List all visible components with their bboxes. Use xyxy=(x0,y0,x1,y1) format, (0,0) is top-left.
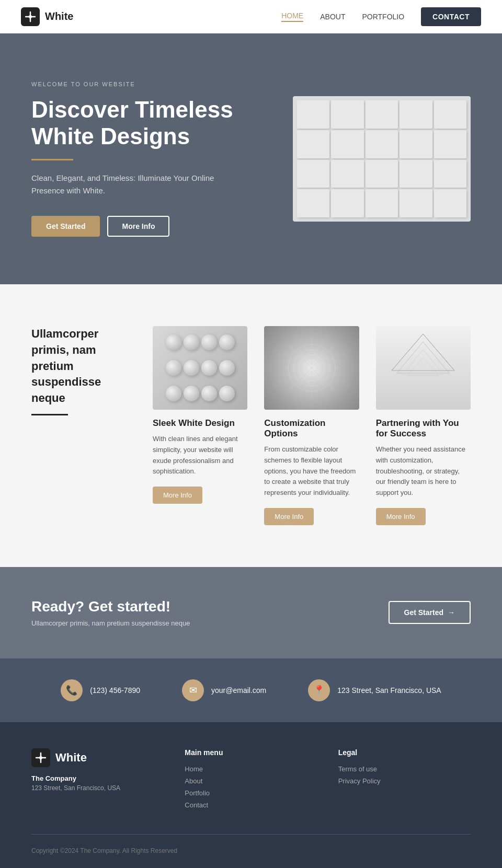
hero-buttons: Get Started More Info xyxy=(31,216,261,237)
feature-card-title-3: Partnering with You for Success xyxy=(376,418,471,439)
footer-legal-title: Legal xyxy=(338,748,471,757)
more-info-button[interactable]: More Info xyxy=(107,216,169,237)
logo-area[interactable]: White xyxy=(21,7,73,26)
feature-card-desc-3: Whether you need assistance with customi… xyxy=(376,444,471,499)
copyright-text: Copyright ©2024 The Company. All Rights … xyxy=(31,847,471,854)
contact-email: ✉ your@email.com xyxy=(182,679,266,701)
cta-section: Ready? Get started! Ullamcorper primis, … xyxy=(0,567,502,658)
brand-name: White xyxy=(45,10,73,22)
svg-marker-13 xyxy=(402,350,444,375)
cta-content: Ready? Get started! Ullamcorper primis, … xyxy=(31,598,190,627)
features-header: Ullamcorper primis, nam pretium suspendi… xyxy=(31,326,136,415)
contact-address: 📍 123 Street, San Francisco, USA xyxy=(308,679,441,701)
feature-image-2 xyxy=(264,326,359,410)
feature-card-title-1: Sleek White Design xyxy=(153,418,247,429)
feature-moreinfo-3[interactable]: More Info xyxy=(376,508,426,525)
spheres-image xyxy=(153,326,247,410)
cta-button[interactable]: Get Started → xyxy=(389,601,471,624)
feature-moreinfo-1[interactable]: More Info xyxy=(153,487,202,504)
footer-link-about[interactable]: About xyxy=(185,777,317,785)
hero-image xyxy=(293,96,471,222)
footer-menu-title: Main menu xyxy=(185,748,317,757)
footer-company-name: The Company xyxy=(31,774,164,782)
cta-description: Ullamcorper primis, nam pretium suspendi… xyxy=(31,619,190,627)
feature-card-title-2: Customization Options xyxy=(264,418,359,439)
svg-line-16 xyxy=(423,334,454,371)
feature-card-desc-1: With clean lines and elegant simplicity,… xyxy=(153,434,247,477)
footer-link-home[interactable]: Home xyxy=(185,765,317,773)
email-text: your@email.com xyxy=(211,686,266,695)
phone-text: (123) 456-7890 xyxy=(90,686,140,695)
phone-icon: 📞 xyxy=(61,679,83,701)
footer-address: 123 Street, San Francisco, USA xyxy=(31,784,164,792)
address-text: 123 Street, San Francisco, USA xyxy=(337,686,441,695)
tunnel-image xyxy=(264,326,359,410)
feature-card-3: Partnering with You for Success Whether … xyxy=(376,326,471,525)
nav-home[interactable]: HOME xyxy=(281,11,303,22)
hero-section: WELCOME TO OUR WEBSITE Discover Timeless… xyxy=(0,33,502,284)
footer-link-portfolio[interactable]: Portfolio xyxy=(185,789,317,797)
cta-title: Ready? Get started! xyxy=(31,598,190,615)
hero-content: WELCOME TO OUR WEBSITE Discover Timeless… xyxy=(31,81,261,237)
footer-top: White The Company 123 Street, San Franci… xyxy=(31,748,471,835)
feature-card-2: Customization Options From customizable … xyxy=(264,326,359,525)
feature-image-1 xyxy=(153,326,247,410)
logo-icon xyxy=(21,7,40,26)
svg-line-15 xyxy=(392,334,423,371)
feature-card-desc-2: From customizable color schemes to flexi… xyxy=(264,444,359,499)
footer-brand-col: White The Company 123 Street, San Franci… xyxy=(31,748,164,813)
feature-moreinfo-2[interactable]: More Info xyxy=(264,508,314,525)
nav-links: HOME ABOUT PORTFOLIO CONTACT xyxy=(281,7,481,26)
nav-portfolio[interactable]: PORTFOLIO xyxy=(362,13,404,21)
get-started-button[interactable]: Get Started xyxy=(31,216,100,237)
footer-link-contact[interactable]: Contact xyxy=(185,801,317,809)
footer-logo-icon xyxy=(31,748,50,767)
features-section: Ullamcorper primis, nam pretium suspendi… xyxy=(0,284,502,567)
feature-image-3 xyxy=(376,326,471,410)
svg-point-17 xyxy=(39,756,42,759)
footer-link-privacy[interactable]: Privacy Policy xyxy=(338,777,471,785)
features-grid: Ullamcorper primis, nam pretium suspendi… xyxy=(31,326,471,525)
location-icon: 📍 xyxy=(308,679,330,701)
hero-description: Clean, Elegant, and Timeless: Illuminate… xyxy=(31,172,230,197)
cta-button-label: Get Started xyxy=(404,608,443,617)
contact-info-section: 📞 (123) 456-7890 ✉ your@email.com 📍 123 … xyxy=(0,658,502,722)
svg-marker-11 xyxy=(392,334,454,371)
features-title: Ullamcorper primis, nam pretium suspendi… xyxy=(31,326,136,407)
nav-about[interactable]: ABOUT xyxy=(320,13,345,21)
footer-bottom: Copyright ©2024 The Company. All Rights … xyxy=(31,847,471,854)
features-divider xyxy=(31,414,68,415)
navbar: White HOME ABOUT PORTFOLIO CONTACT xyxy=(0,0,502,33)
arrow-icon: → xyxy=(448,608,455,617)
hero-image-placeholder xyxy=(293,96,471,222)
building-image xyxy=(376,326,471,410)
contact-button[interactable]: CONTACT xyxy=(421,7,481,26)
hero-divider xyxy=(31,159,73,160)
contact-phone: 📞 (123) 456-7890 xyxy=(61,679,140,701)
svg-point-0 xyxy=(29,15,32,18)
footer: White The Company 123 Street, San Franci… xyxy=(0,722,502,868)
footer-legal-col: Legal Terms of use Privacy Policy xyxy=(338,748,471,813)
hero-title: Discover Timeless White Designs xyxy=(31,97,261,149)
footer-brand-name: White xyxy=(55,751,87,765)
footer-brand: White xyxy=(31,748,164,767)
footer-link-terms[interactable]: Terms of use xyxy=(338,765,471,773)
footer-menu-col: Main menu Home About Portfolio Contact xyxy=(185,748,317,813)
feature-card-1: Sleek White Design With clean lines and … xyxy=(153,326,247,504)
email-icon: ✉ xyxy=(182,679,204,701)
hero-tagline: WELCOME TO OUR WEBSITE xyxy=(31,81,261,87)
